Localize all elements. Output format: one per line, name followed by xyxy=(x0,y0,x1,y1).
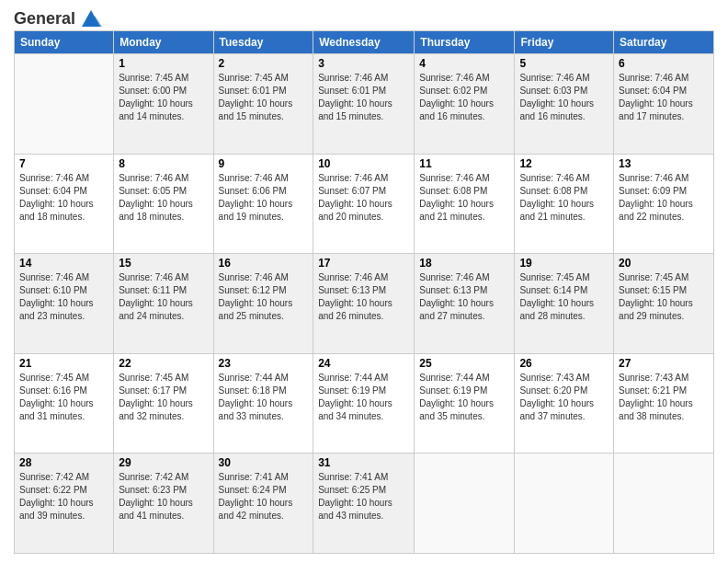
day-info: Sunrise: 7:45 AMSunset: 6:00 PMDaylight:… xyxy=(119,72,208,123)
day-number: 5 xyxy=(519,57,609,70)
day-number: 27 xyxy=(619,357,709,370)
day-number: 19 xyxy=(519,257,609,270)
weekday-header-row: SundayMondayTuesdayWednesdayThursdayFrid… xyxy=(15,31,714,54)
day-info: Sunrise: 7:46 AMSunset: 6:12 PMDaylight:… xyxy=(219,271,309,323)
day-info: Sunrise: 7:42 AMSunset: 6:23 PMDaylight:… xyxy=(119,471,208,523)
calendar-cell: 1Sunrise: 7:45 AMSunset: 6:00 PMDaylight… xyxy=(114,54,213,155)
day-info: Sunrise: 7:46 AMSunset: 6:04 PMDaylight:… xyxy=(619,72,709,123)
weekday-tuesday: Tuesday xyxy=(213,31,313,54)
day-info: Sunrise: 7:45 AMSunset: 6:14 PMDaylight:… xyxy=(519,271,609,323)
day-number: 2 xyxy=(219,57,309,70)
day-number: 11 xyxy=(419,157,509,170)
calendar-cell: 30Sunrise: 7:41 AMSunset: 6:24 PMDayligh… xyxy=(213,454,313,554)
day-info: Sunrise: 7:46 AMSunset: 6:09 PMDaylight:… xyxy=(619,172,709,224)
week-row-3: 14Sunrise: 7:46 AMSunset: 6:10 PMDayligh… xyxy=(15,254,714,354)
calendar-cell: 5Sunrise: 7:46 AMSunset: 6:03 PMDaylight… xyxy=(515,54,614,155)
day-info: Sunrise: 7:46 AMSunset: 6:05 PMDaylight:… xyxy=(119,172,208,224)
calendar-cell: 11Sunrise: 7:46 AMSunset: 6:08 PMDayligh… xyxy=(415,154,515,254)
day-info: Sunrise: 7:43 AMSunset: 6:20 PMDaylight:… xyxy=(519,372,609,423)
calendar-cell: 31Sunrise: 7:41 AMSunset: 6:25 PMDayligh… xyxy=(313,454,415,554)
day-info: Sunrise: 7:45 AMSunset: 6:15 PMDaylight:… xyxy=(619,271,709,323)
day-info: Sunrise: 7:46 AMSunset: 6:11 PMDaylight:… xyxy=(119,271,208,323)
day-number: 8 xyxy=(119,157,208,170)
calendar-cell: 16Sunrise: 7:46 AMSunset: 6:12 PMDayligh… xyxy=(213,254,313,354)
day-info: Sunrise: 7:45 AMSunset: 6:17 PMDaylight:… xyxy=(119,372,208,423)
calendar-cell: 9Sunrise: 7:46 AMSunset: 6:06 PMDaylight… xyxy=(213,154,313,254)
weekday-wednesday: Wednesday xyxy=(313,31,415,54)
day-info: Sunrise: 7:44 AMSunset: 6:19 PMDaylight:… xyxy=(419,372,509,423)
day-info: Sunrise: 7:46 AMSunset: 6:13 PMDaylight:… xyxy=(419,271,509,323)
day-info: Sunrise: 7:44 AMSunset: 6:18 PMDaylight:… xyxy=(219,372,309,423)
day-number: 22 xyxy=(119,357,208,370)
day-number: 26 xyxy=(519,357,609,370)
day-number: 10 xyxy=(318,157,409,170)
day-number: 13 xyxy=(619,157,709,170)
day-number: 16 xyxy=(219,257,309,270)
day-info: Sunrise: 7:46 AMSunset: 6:02 PMDaylight:… xyxy=(419,72,509,123)
day-info: Sunrise: 7:46 AMSunset: 6:04 PMDaylight:… xyxy=(19,172,108,224)
calendar-cell xyxy=(415,454,515,554)
day-info: Sunrise: 7:46 AMSunset: 6:03 PMDaylight:… xyxy=(519,72,609,123)
day-info: Sunrise: 7:46 AMSunset: 6:08 PMDaylight:… xyxy=(519,172,609,224)
calendar-cell: 12Sunrise: 7:46 AMSunset: 6:08 PMDayligh… xyxy=(515,154,614,254)
day-number: 31 xyxy=(318,456,409,469)
logo-icon xyxy=(78,8,104,29)
day-number: 3 xyxy=(318,57,409,70)
day-info: Sunrise: 7:41 AMSunset: 6:24 PMDaylight:… xyxy=(219,471,309,523)
day-number: 9 xyxy=(219,157,309,170)
day-number: 7 xyxy=(19,157,108,170)
day-number: 25 xyxy=(419,357,509,370)
day-number: 12 xyxy=(519,157,609,170)
weekday-saturday: Saturday xyxy=(614,31,714,54)
day-info: Sunrise: 7:46 AMSunset: 6:07 PMDaylight:… xyxy=(318,172,409,224)
day-info: Sunrise: 7:46 AMSunset: 6:06 PMDaylight:… xyxy=(219,172,309,224)
day-number: 24 xyxy=(318,357,409,370)
calendar-cell: 29Sunrise: 7:42 AMSunset: 6:23 PMDayligh… xyxy=(114,454,213,554)
week-row-4: 21Sunrise: 7:45 AMSunset: 6:16 PMDayligh… xyxy=(15,353,714,454)
calendar-cell: 6Sunrise: 7:46 AMSunset: 6:04 PMDaylight… xyxy=(614,54,714,155)
calendar-cell: 8Sunrise: 7:46 AMSunset: 6:05 PMDaylight… xyxy=(114,154,213,254)
header: General xyxy=(14,9,714,25)
day-info: Sunrise: 7:46 AMSunset: 6:01 PMDaylight:… xyxy=(318,72,409,123)
day-info: Sunrise: 7:46 AMSunset: 6:10 PMDaylight:… xyxy=(19,271,108,323)
day-info: Sunrise: 7:45 AMSunset: 6:16 PMDaylight:… xyxy=(19,372,108,423)
calendar-cell: 21Sunrise: 7:45 AMSunset: 6:16 PMDayligh… xyxy=(15,353,114,454)
day-number: 30 xyxy=(219,456,309,469)
calendar-cell: 24Sunrise: 7:44 AMSunset: 6:19 PMDayligh… xyxy=(313,353,415,454)
calendar-cell xyxy=(15,54,114,155)
calendar-cell: 10Sunrise: 7:46 AMSunset: 6:07 PMDayligh… xyxy=(313,154,415,254)
day-info: Sunrise: 7:43 AMSunset: 6:21 PMDaylight:… xyxy=(619,372,709,423)
logo-general-text: General xyxy=(14,9,75,29)
calendar-cell: 7Sunrise: 7:46 AMSunset: 6:04 PMDaylight… xyxy=(15,154,114,254)
calendar-cell: 17Sunrise: 7:46 AMSunset: 6:13 PMDayligh… xyxy=(313,254,415,354)
weekday-thursday: Thursday xyxy=(415,31,515,54)
calendar-cell: 26Sunrise: 7:43 AMSunset: 6:20 PMDayligh… xyxy=(515,353,614,454)
calendar-cell: 19Sunrise: 7:45 AMSunset: 6:14 PMDayligh… xyxy=(515,254,614,354)
day-info: Sunrise: 7:44 AMSunset: 6:19 PMDaylight:… xyxy=(318,372,409,423)
day-number: 6 xyxy=(619,57,709,70)
calendar-cell xyxy=(515,454,614,554)
day-number: 23 xyxy=(219,357,309,370)
calendar-cell: 14Sunrise: 7:46 AMSunset: 6:10 PMDayligh… xyxy=(15,254,114,354)
calendar-cell: 15Sunrise: 7:46 AMSunset: 6:11 PMDayligh… xyxy=(114,254,213,354)
day-number: 28 xyxy=(19,456,108,469)
week-row-2: 7Sunrise: 7:46 AMSunset: 6:04 PMDaylight… xyxy=(15,154,714,254)
day-number: 29 xyxy=(119,456,208,469)
calendar-cell: 25Sunrise: 7:44 AMSunset: 6:19 PMDayligh… xyxy=(415,353,515,454)
week-row-1: 1Sunrise: 7:45 AMSunset: 6:00 PMDaylight… xyxy=(15,54,714,155)
calendar-cell: 23Sunrise: 7:44 AMSunset: 6:18 PMDayligh… xyxy=(213,353,313,454)
weekday-monday: Monday xyxy=(114,31,213,54)
week-row-5: 28Sunrise: 7:42 AMSunset: 6:22 PMDayligh… xyxy=(15,454,714,554)
calendar-cell: 18Sunrise: 7:46 AMSunset: 6:13 PMDayligh… xyxy=(415,254,515,354)
day-number: 4 xyxy=(419,57,509,70)
calendar-cell: 3Sunrise: 7:46 AMSunset: 6:01 PMDaylight… xyxy=(313,54,415,155)
day-info: Sunrise: 7:41 AMSunset: 6:25 PMDaylight:… xyxy=(318,471,409,523)
day-number: 17 xyxy=(318,257,409,270)
weekday-sunday: Sunday xyxy=(15,31,114,54)
day-info: Sunrise: 7:42 AMSunset: 6:22 PMDaylight:… xyxy=(19,471,108,523)
day-info: Sunrise: 7:46 AMSunset: 6:13 PMDaylight:… xyxy=(318,271,409,323)
calendar-cell: 13Sunrise: 7:46 AMSunset: 6:09 PMDayligh… xyxy=(614,154,714,254)
calendar-cell: 20Sunrise: 7:45 AMSunset: 6:15 PMDayligh… xyxy=(614,254,714,354)
day-info: Sunrise: 7:45 AMSunset: 6:01 PMDaylight:… xyxy=(219,72,309,123)
logo: General xyxy=(14,9,104,25)
